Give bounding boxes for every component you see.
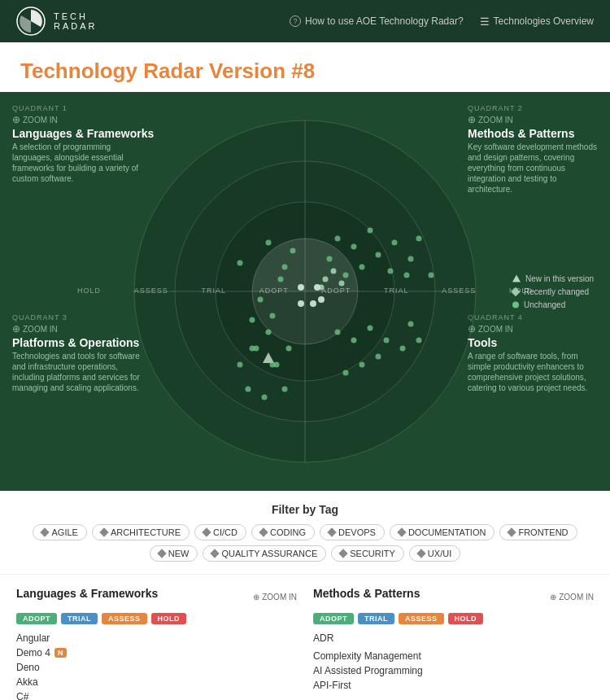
svg-point-8 [266, 240, 272, 246]
svg-point-24 [416, 236, 422, 242]
badge-adopt-2: ADOPT [313, 613, 354, 624]
tag-agile[interactable]: AGILE [33, 524, 86, 540]
svg-point-19 [408, 256, 414, 262]
tag-architecture-icon [99, 527, 108, 536]
svg-point-17 [368, 228, 373, 234]
svg-point-18 [392, 240, 398, 246]
svg-point-54 [298, 300, 304, 307]
svg-point-11 [270, 313, 276, 319]
svg-point-45 [368, 326, 373, 331]
page-title: Technology Radar Version #8 [20, 59, 590, 84]
svg-point-35 [266, 330, 272, 335]
tag-security[interactable]: SECURITY [331, 545, 404, 562]
svg-point-49 [359, 362, 365, 368]
svg-point-21 [351, 244, 357, 250]
panel2-badges: ADOPT TRIAL ASSESS HOLD [313, 613, 594, 624]
tag-new-icon [157, 549, 166, 558]
panel2-zoom[interactable]: ⊕ ZOOM IN [550, 593, 594, 602]
svg-point-53 [314, 284, 320, 291]
new-icon [512, 275, 521, 282]
q2-zoom[interactable]: ⊕ ZOOM IN [468, 114, 598, 125]
unchanged-icon [512, 301, 519, 308]
zoom-icon-2: ⊕ [550, 593, 556, 602]
badge-trial-1: TRIAL [61, 613, 98, 624]
tag-cicd[interactable]: CI/CD [194, 524, 246, 540]
svg-point-26 [359, 265, 365, 270]
tag-devops[interactable]: DEVOPS [320, 524, 385, 540]
svg-point-22 [404, 273, 410, 278]
svg-point-38 [286, 346, 292, 352]
badge-adopt-1: ADOPT [16, 613, 57, 624]
bottom-panel-methods: Methods & Patterns ⊕ ZOOM IN ADOPT TRIAL… [313, 587, 594, 700]
svg-point-57 [318, 296, 325, 303]
svg-point-41 [262, 395, 268, 400]
svg-point-23 [388, 269, 394, 274]
radar-chart [126, 112, 484, 470]
list-item: Complexity Management [313, 649, 594, 663]
tag-uxui[interactable]: UX/UI [409, 545, 460, 562]
svg-point-51 [408, 322, 414, 327]
tag-new[interactable]: NEW [150, 545, 198, 562]
tag-agile-icon [41, 527, 50, 536]
tag-frontend-icon [508, 527, 516, 536]
svg-point-12 [282, 265, 288, 270]
q4-zoom[interactable]: ⊕ ZOOM IN [468, 323, 598, 335]
title-section: Technology Radar Version #8 [0, 42, 610, 92]
list-item: API-First [313, 678, 594, 693]
svg-point-9 [278, 277, 284, 282]
svg-point-56 [298, 284, 304, 291]
radar-section: QUADRANT 1 ⊕ ZOOM IN Languages & Framewo… [0, 92, 610, 491]
list-item: Akka [16, 675, 297, 689]
filter-section: Filter by Tag AGILE ARCHITECTURE CI/CD C… [0, 491, 610, 575]
zoom-icon: ⊕ [253, 593, 259, 602]
svg-point-34 [250, 317, 255, 323]
svg-point-30 [323, 277, 329, 282]
svg-point-20 [376, 252, 381, 258]
badge-hold-2: HOLD [448, 613, 484, 624]
overview-icon: ☰ [480, 15, 490, 28]
tag-frontend[interactable]: FRONTEND [499, 524, 577, 540]
tag-qa[interactable]: QUALITY ASSURANCE [203, 545, 326, 562]
q3-zoom[interactable]: ⊕ ZOOM IN [12, 323, 142, 335]
svg-point-43 [335, 330, 341, 335]
panel2-list: ADR Complexity Management AI Assisted Pr… [313, 631, 594, 700]
bottom-panel-languages: Languages & Frameworks ⊕ ZOOM IN ADOPT T… [16, 587, 297, 700]
panel1-zoom[interactable]: ⊕ ZOOM IN [253, 593, 297, 602]
list-item: AI Assisted Programming [313, 663, 594, 678]
tag-coding[interactable]: CODING [251, 524, 315, 540]
tag-architecture[interactable]: ARCHITECTURE [92, 524, 190, 540]
bottom-section: Languages & Frameworks ⊕ ZOOM IN ADOPT T… [0, 575, 610, 700]
svg-point-48 [376, 354, 381, 360]
panel1-list: Angular Demo 4 N Deno Akka C# Flutter [16, 631, 297, 700]
svg-point-47 [400, 346, 406, 352]
svg-point-10 [258, 297, 264, 303]
list-item: C# [16, 689, 297, 700]
tag-documentation[interactable]: DOCUMENTATION [390, 524, 495, 540]
svg-point-25 [429, 273, 434, 278]
list-item: Angular [16, 631, 297, 645]
svg-point-27 [343, 273, 349, 278]
filter-tags: AGILE ARCHITECTURE CI/CD CODING DEVOPS D… [16, 524, 594, 562]
logo-icon [16, 7, 46, 36]
new-badge: N [54, 648, 67, 658]
svg-point-42 [246, 387, 251, 392]
header: TECH RADAR ? How to use AOE Technology R… [0, 0, 610, 42]
svg-point-39 [237, 362, 243, 368]
svg-point-50 [343, 370, 349, 376]
overview-link[interactable]: ☰ Technologies Overview [480, 15, 594, 28]
quadrant-2-label: QUADRANT 2 ⊕ ZOOM IN Methods & Patterns … [468, 104, 598, 195]
svg-point-7 [237, 260, 243, 266]
svg-point-28 [327, 256, 333, 262]
help-icon: ? [290, 15, 301, 27]
svg-point-55 [310, 300, 316, 307]
list-item: ADR [313, 631, 594, 645]
help-link[interactable]: ? How to use AOE Technology Radar? [290, 15, 464, 27]
changed-icon [511, 287, 520, 295]
badge-assess-1: ASSESS [102, 613, 147, 624]
badge-hold-1: HOLD [151, 613, 187, 624]
logo-text: TECH RADAR [54, 11, 98, 31]
panel1-header: Languages & Frameworks ⊕ ZOOM IN [16, 587, 297, 606]
svg-point-29 [335, 236, 341, 242]
svg-point-36 [254, 346, 259, 352]
panel2-header: Methods & Patterns ⊕ ZOOM IN [313, 587, 594, 606]
